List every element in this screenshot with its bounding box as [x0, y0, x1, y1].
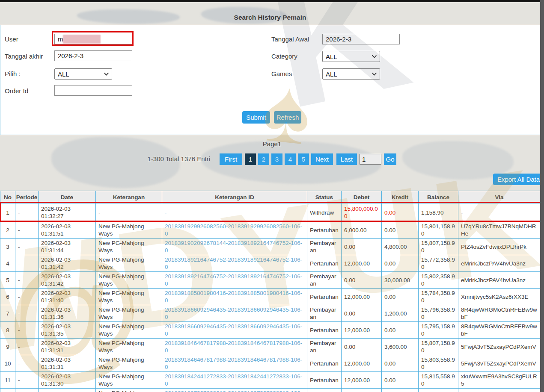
cell-kredit [382, 389, 419, 392]
refresh-button[interactable]: Refresh [274, 111, 301, 124]
cell-status: Pembayaran [307, 339, 342, 355]
cell-keterangan-id[interactable]: 2018391892164746752-2018391892164746752-… [162, 272, 307, 289]
chevron-down-icon [372, 55, 377, 58]
cell-keterangan-id[interactable]: 2018391866092946435-2018391866092946435-… [162, 322, 307, 339]
cell-periode: - [15, 272, 39, 289]
cell-via: xkuWxwmE9A3hvSC8gFULR5 [458, 372, 541, 389]
cell-status: Withdraw [307, 203, 342, 222]
order-id-input[interactable] [54, 85, 132, 96]
chevron-down-icon [104, 73, 109, 76]
cell-debet: 0.00 [342, 339, 382, 355]
cell-status: Pertaruhan [307, 355, 342, 372]
cell-date: 2026-02-0301:32:27 [39, 203, 96, 222]
cell-keterangan-id[interactable]: 2018391866092946435-2018391866092946435-… [162, 305, 307, 322]
cell-via: PfZ4osZvFdwiixDPtJhrPk [458, 239, 541, 255]
cell-status: Pertaruhan [307, 322, 342, 339]
pilih-select-value: ALL [58, 71, 69, 78]
go-button[interactable]: Go [384, 153, 396, 165]
cell-keterangan-id[interactable]: 2018391885801980416-2018391885801980416-… [162, 289, 307, 305]
cell-periode: - [15, 289, 39, 305]
cell-debet: 0.00 [342, 239, 382, 255]
cell-keterangan: New PG-Mahjong Ways [96, 372, 162, 389]
cell-keterangan: New PG-Mahjong Ways [96, 255, 162, 272]
cell-debet: 12,000.00 [342, 355, 382, 372]
cell-keterangan-id[interactable]: 2018391902092678144-2018391892164746752-… [162, 239, 307, 255]
cell-periode: - [15, 222, 39, 239]
pilih-label: Pilih : [5, 70, 21, 77]
table-row: 6-2026-02-0301:31:40New PG-Mahjong Ways2… [0, 289, 541, 305]
goto-page-input[interactable] [360, 154, 381, 165]
cell-status: Pertaruhan [307, 372, 342, 389]
column-header: Kredit [382, 191, 419, 203]
page-button-5[interactable]: 5 [298, 153, 309, 165]
pilih-select[interactable]: ALL [54, 68, 112, 80]
cell-debet: 12,000.00 [342, 289, 382, 305]
cell-keterangan: New PG-Mahjong Ways [96, 355, 162, 372]
table-row: 7-2026-02-0301:31:36New PG-Mahjong Ways2… [0, 305, 541, 322]
tanggal-akhir-input[interactable] [54, 50, 132, 61]
export-all-data-button[interactable]: Export All Data [493, 174, 544, 185]
cell-no: 1 [0, 203, 15, 222]
cell-date: 2026-02-0301:31:35 [39, 322, 96, 339]
table-row: 8-2026-02-0301:31:35New PG-Mahjong Ways2… [0, 322, 541, 339]
page-button-3[interactable]: 3 [271, 153, 282, 165]
cell-date: 2026-02-0301:31:36 [39, 305, 96, 322]
cell-keterangan-id[interactable]: 2018391837907238912-2018391837907238912-… [162, 389, 307, 392]
games-select[interactable]: ALL [322, 68, 380, 80]
cell-debet: 12,000.00 [342, 255, 382, 272]
user-label: User [5, 35, 18, 43]
cell-balance: 15,784,358.90 [419, 289, 458, 305]
cell-kredit: 0.00 [382, 203, 419, 222]
page-number-buttons: 12345 [245, 153, 309, 165]
cell-keterangan-id[interactable]: - [162, 203, 307, 222]
cell-keterangan-id[interactable]: 2018391842441272833-2018391842441272833-… [162, 372, 307, 389]
cell-no: 12 [0, 389, 15, 392]
cell-kredit: 0.00 [382, 372, 419, 389]
page-button-2[interactable]: 2 [258, 153, 269, 165]
cell-kredit: 30,000.00 [382, 272, 419, 289]
last-page-button[interactable]: Last [336, 153, 357, 165]
category-label: Category [271, 53, 297, 60]
cell-via: 8R4qwWRGMoCtnRFEBw9wbF [458, 305, 541, 322]
cell-periode: - [15, 322, 39, 339]
cell-via [458, 389, 541, 392]
cell-periode: - [15, 389, 39, 392]
cell-no: 8 [0, 322, 15, 339]
cell-no: 3 [0, 239, 15, 255]
cell-keterangan-id[interactable]: 2018391892164746752-2018391892164746752-… [162, 255, 307, 272]
cell-kredit: 1,200.00 [382, 305, 419, 322]
cell-keterangan-id[interactable]: 2018391846467817988-2018391846467817988-… [162, 355, 307, 372]
cell-status: Pertaruhan [307, 255, 342, 272]
cell-keterangan-id[interactable]: 2018391929926082560-2018391929926082560-… [162, 222, 307, 239]
cell-balance: 15,815,558.90 [419, 372, 458, 389]
cell-keterangan: New PG-Mahjong Ways [96, 272, 162, 289]
submit-button[interactable]: Submit [242, 111, 270, 124]
current-page-label: Page1 [0, 140, 544, 147]
cell-keterangan: New PG-Mahjong Ways [96, 389, 162, 392]
page-button-4[interactable]: 4 [285, 153, 296, 165]
page-button-1[interactable]: 1 [245, 153, 256, 165]
category-select[interactable]: ALL [322, 51, 380, 62]
next-page-button[interactable]: Next [311, 153, 333, 165]
cell-keterangan-id[interactable]: 2018391846467817988-2018391846467817988-… [162, 339, 307, 355]
cell-debet: 0.00 [342, 272, 382, 289]
category-select-value: ALL [326, 53, 337, 60]
table-row: 1-2026-02-0301:32:27--Withdraw15,800,000… [0, 203, 541, 222]
cell-date: 2026-02-0301:31:44 [39, 239, 96, 255]
cell-balance: 15,802,358.90 [419, 272, 458, 289]
cell-status: Pembayaran [307, 272, 342, 289]
column-header: Date [39, 191, 96, 203]
cell-keterangan: New PG-Mahjong Ways [96, 239, 162, 255]
column-header: Status [307, 191, 342, 203]
table-row: 12-2026-02-03New PG-Mahjong Ways20183918… [0, 389, 541, 392]
cell-kredit: 0.00 [382, 222, 419, 239]
first-page-button[interactable]: First [220, 153, 242, 165]
history-table-body: 1-2026-02-0301:32:27--Withdraw15,800,000… [0, 203, 541, 392]
tanggal-awal-input[interactable] [322, 34, 400, 44]
scrollbar-track[interactable] [540, 0, 544, 392]
games-label: Games [271, 70, 292, 77]
cell-balance: 1,158.90 [419, 203, 458, 222]
cell-via: 5FwjA3vT5ZsxayPCdPXemV [458, 339, 541, 355]
cell-balance: 15,807,158.90 [419, 239, 458, 255]
table-row: 10-2026-02-0301:31:31New PG-Mahjong Ways… [0, 355, 541, 372]
